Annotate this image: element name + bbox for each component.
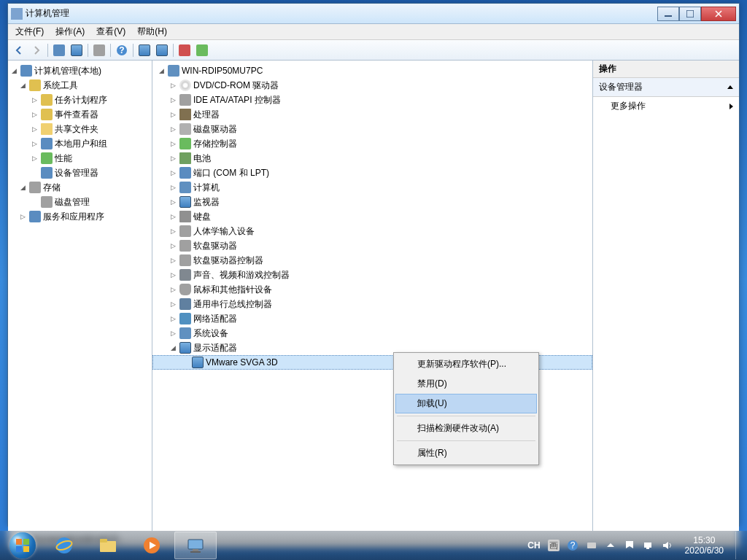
- titlebar[interactable]: 计算机管理: [8, 4, 739, 24]
- toolbar-icon-3[interactable]: [51, 42, 67, 58]
- port-icon: [179, 167, 191, 179]
- perf-icon: [41, 152, 53, 164]
- battery-icon: [179, 152, 191, 164]
- toolbar-icon-10[interactable]: [194, 42, 210, 58]
- tree-disk-mgmt[interactable]: 磁盘管理: [8, 195, 152, 209]
- device-ports[interactable]: ▷端口 (COM 和 LPT): [152, 166, 592, 180]
- tree-shared-folders[interactable]: ▷共享文件夹: [8, 122, 152, 136]
- system-icon: [179, 327, 191, 339]
- toolbar-icon-7[interactable]: [136, 42, 152, 58]
- ctx-scan[interactable]: 扫描检测硬件改动(A): [395, 419, 537, 438]
- svg-text:?: ?: [119, 45, 124, 55]
- left-tree-pane[interactable]: ◢计算机管理(本地) ◢系统工具 ▷任务计划程序 ▷事件查看器 ▷共享文件夹 ▷…: [8, 61, 152, 532]
- device-ide[interactable]: ▷IDE ATA/ATAPI 控制器: [152, 93, 592, 107]
- network-icon: [179, 313, 191, 324]
- collapse-icon: [727, 85, 733, 89]
- device-system[interactable]: ▷系统设备: [152, 326, 592, 341]
- storage-ctrl-icon: [179, 138, 191, 149]
- device-hid[interactable]: ▷人体学输入设备: [152, 224, 592, 238]
- svg-rect-5: [23, 539, 29, 545]
- device-icon: [41, 167, 53, 179]
- maximize-button[interactable]: [679, 7, 701, 21]
- actions-more[interactable]: 更多操作: [593, 97, 739, 115]
- close-button[interactable]: [701, 7, 736, 21]
- device-dvd[interactable]: ▷DVD/CD-ROM 驱动器: [152, 78, 592, 93]
- device-storage[interactable]: ▷存储控制器: [152, 136, 592, 151]
- device-keyboard[interactable]: ▷键盘: [152, 209, 592, 224]
- context-menu: 更新驱动程序软件(P)... 禁用(D) 卸载(U) 扫描检测硬件改动(A) 属…: [393, 352, 539, 465]
- mouse-icon: [179, 284, 191, 295]
- toolbar-icon-4[interactable]: [69, 42, 85, 58]
- ctx-uninstall[interactable]: 卸载(U): [395, 394, 537, 413]
- device-usb[interactable]: ▷通用串行总线控制器: [152, 297, 592, 311]
- ime-settings-icon[interactable]: 画: [548, 540, 560, 551]
- device-host[interactable]: ◢WIN-RDIP50MU7PC: [152, 63, 592, 78]
- tree-system-tools[interactable]: ◢系统工具: [8, 78, 152, 93]
- taskbar-ie[interactable]: [43, 532, 85, 559]
- ime-indicator[interactable]: CH: [527, 540, 540, 551]
- menu-help[interactable]: 帮助(H): [131, 24, 173, 39]
- toolbar-back[interactable]: [11, 42, 27, 58]
- ctx-properties[interactable]: 属性(R): [395, 443, 537, 463]
- device-battery[interactable]: ▷电池: [152, 151, 592, 166]
- action-center-icon[interactable]: [624, 540, 635, 551]
- volume-tray-icon[interactable]: [662, 540, 673, 551]
- cd-icon: [179, 79, 191, 91]
- toolbar-help[interactable]: ?: [114, 42, 130, 58]
- network-tray-icon[interactable]: [643, 540, 654, 551]
- taskbar-compmgmt[interactable]: [174, 532, 217, 559]
- menu-action[interactable]: 操作(A): [50, 24, 90, 39]
- toolbar-icon-8[interactable]: [154, 42, 170, 58]
- clock[interactable]: 15:30 2020/6/30: [681, 535, 728, 556]
- taskbar: CH 画 ? 15:30 2020/6/30: [0, 531, 747, 560]
- toolbar-icon-9[interactable]: [177, 42, 193, 58]
- actions-section[interactable]: 设备管理器: [593, 78, 739, 97]
- windows-orb-icon: [9, 532, 36, 559]
- device-sound[interactable]: ▷声音、视频和游戏控制器: [152, 268, 592, 282]
- device-mouse[interactable]: ▷鼠标和其他指针设备: [152, 282, 592, 297]
- device-cpu[interactable]: ▷处理器: [152, 107, 592, 122]
- device-network[interactable]: ▷网络适配器: [152, 311, 592, 326]
- device-disk[interactable]: ▷磁盘驱动器: [152, 122, 592, 136]
- svg-rect-22: [646, 548, 649, 549]
- svg-point-8: [56, 537, 72, 553]
- device-floppy-ctrl[interactable]: ▷软盘驱动器控制器: [152, 253, 592, 268]
- clock-time: 15:30: [685, 535, 724, 545]
- tree-root[interactable]: ◢计算机管理(本地): [8, 63, 152, 78]
- ctx-update-driver[interactable]: 更新驱动程序软件(P)...: [395, 354, 537, 374]
- device-computer[interactable]: ▷计算机: [152, 180, 592, 195]
- actions-pane: 操作 设备管理器 更多操作: [593, 61, 739, 532]
- ide-icon: [179, 94, 191, 106]
- help-tray-icon[interactable]: ?: [567, 540, 578, 551]
- svg-rect-6: [16, 546, 22, 552]
- show-hidden-icon[interactable]: [605, 540, 616, 551]
- tree-performance[interactable]: ▷性能: [8, 151, 152, 166]
- device-tree-pane[interactable]: ◢WIN-RDIP50MU7PC ▷DVD/CD-ROM 驱动器 ▷IDE AT…: [152, 61, 593, 532]
- tree-event-viewer[interactable]: ▷事件查看器: [8, 107, 152, 122]
- tree-local-users[interactable]: ▷本地用户和组: [8, 136, 152, 151]
- tree-storage[interactable]: ◢存储: [8, 180, 152, 195]
- toolbar-forward[interactable]: [28, 42, 44, 58]
- ctx-separator: [397, 440, 535, 441]
- computer-icon: [179, 182, 191, 193]
- start-button[interactable]: [3, 532, 42, 559]
- device-monitor[interactable]: ▷监视器: [152, 195, 592, 209]
- folder-icon: [41, 123, 53, 135]
- svg-rect-15: [190, 551, 201, 553]
- display-adapter-icon: [192, 357, 204, 368]
- device-floppy[interactable]: ▷软盘驱动器: [152, 238, 592, 253]
- taskbar-mediaplayer[interactable]: [131, 532, 173, 559]
- show-desktop-button[interactable]: [735, 532, 741, 559]
- tree-device-manager[interactable]: 设备管理器: [8, 166, 152, 180]
- ctx-disable[interactable]: 禁用(D): [395, 374, 537, 394]
- svg-rect-20: [587, 542, 596, 548]
- taskbar-explorer[interactable]: [87, 532, 129, 559]
- svg-rect-14: [193, 549, 198, 551]
- tree-task-scheduler[interactable]: ▷任务计划程序: [8, 93, 152, 107]
- minimize-button[interactable]: [657, 7, 679, 21]
- menu-view[interactable]: 查看(V): [90, 24, 131, 39]
- toolbar-icon-5[interactable]: [91, 42, 107, 58]
- ime-options-icon[interactable]: [586, 540, 597, 551]
- tree-services[interactable]: ▷服务和应用程序: [8, 209, 152, 224]
- menu-file[interactable]: 文件(F): [9, 24, 50, 39]
